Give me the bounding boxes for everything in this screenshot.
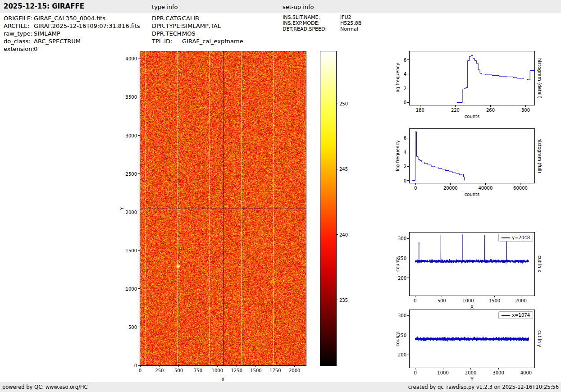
dpr-type-key: DPR.TYPE: <box>152 23 182 29</box>
y-tick-label: 0 <box>404 100 406 105</box>
raw-image-plot: 0250500750100012501500175020000500100015… <box>140 51 306 366</box>
tick-mark <box>407 355 409 355</box>
tick-mark <box>526 368 526 369</box>
y-tick-label: 500 <box>128 324 137 329</box>
tick-mark <box>407 335 409 335</box>
arcfile-key: ARCFILE: <box>4 23 30 29</box>
x-tick-label: 4000 <box>520 370 532 375</box>
histogram-detail-canvas <box>410 51 534 105</box>
y-axis-label: counts <box>395 232 400 296</box>
tick-mark <box>407 138 409 138</box>
right-axis-label: cut in y <box>537 310 542 368</box>
y-tick-label: 6 <box>404 57 406 62</box>
tpl-id-key: TPL.ID: <box>152 38 172 45</box>
tick-mark <box>198 365 198 367</box>
footer-bar: powered by QC: www.eso.org/HC created by… <box>0 382 561 392</box>
y-tick-label: 2000 <box>126 210 137 214</box>
type-info-heading: type info <box>152 4 178 10</box>
ins-exp-mode-value: H525.8B <box>340 20 361 26</box>
tick-mark <box>255 365 256 367</box>
tick-mark <box>468 296 468 297</box>
ins-exp-mode-key: INS.EXP.MODE: <box>283 20 319 26</box>
dpr-catg-value: CALIB <box>182 15 199 22</box>
det-read-speed-key: DET.READ.SPEED: <box>283 26 327 32</box>
tick-mark <box>407 152 409 152</box>
tick-mark <box>407 59 409 60</box>
tick-mark <box>420 105 420 107</box>
raw-type-value: SIMLAMP <box>34 30 60 37</box>
raw-type-key: raw_type: <box>4 30 32 37</box>
tick-mark <box>336 104 338 104</box>
arcfile-value: GIRAF.2025-12-16T09:07:31.816.fits <box>34 23 140 29</box>
tick-mark <box>138 97 140 97</box>
setup-info-heading: set-up info <box>283 4 314 10</box>
tick-mark <box>415 296 415 297</box>
page-title: 2025-12-15: GIRAFFE <box>4 2 84 10</box>
x-tick-label: 2000 <box>465 370 476 375</box>
x-tick-label: 1750 <box>269 368 281 373</box>
x-tick-label: 1000 <box>212 368 223 373</box>
tick-mark <box>138 365 140 366</box>
x-tick-label: 0 <box>414 298 416 303</box>
tick-mark <box>407 238 409 239</box>
tick-mark <box>490 105 491 107</box>
tick-mark <box>138 59 140 59</box>
tick-mark <box>140 365 141 367</box>
tick-mark <box>275 365 275 367</box>
histogram-full-plot: 02000040000600000246countslog frequencyh… <box>409 128 535 183</box>
y-tick-label: 6 <box>404 136 406 141</box>
tick-mark <box>138 288 140 289</box>
y-axis-label: log frequency <box>395 51 400 105</box>
x-axis-label: X <box>470 305 474 310</box>
y-tick-label: 3000 <box>126 133 137 138</box>
x-tick-label: 1500 <box>489 298 500 303</box>
histogram-full-line <box>412 132 465 180</box>
right-axis-label: histogram (full) <box>537 129 542 183</box>
legend-label: y=2048 <box>512 235 530 240</box>
tick-mark <box>407 166 409 167</box>
x-tick-label: 0 <box>414 186 417 191</box>
x-tick-label: 180 <box>416 108 424 113</box>
tick-mark <box>442 296 442 297</box>
origfile-value: GIRAF_CAL350_0004.fits <box>34 15 105 22</box>
tick-mark <box>237 365 237 367</box>
colorbar-tick-label: 245 <box>339 167 348 172</box>
tick-mark <box>336 300 338 300</box>
y-tick-label: 4 <box>404 72 406 77</box>
tick-mark <box>407 74 409 74</box>
do-class-value: ARC_SPECTRUM <box>34 38 81 45</box>
y-tick-label: 2500 <box>126 171 137 176</box>
y-tick-label: 2 <box>404 86 406 91</box>
tick-mark <box>415 183 416 185</box>
histogram-detail-line <box>457 56 534 103</box>
tpl-id-value: GIRAF_cal_expfname <box>182 38 243 45</box>
legend-line-sample <box>502 315 510 316</box>
tick-mark <box>336 234 338 235</box>
x-tick-label: 2000 <box>289 368 300 373</box>
y-tick-label: 1000 <box>126 286 137 291</box>
x-tick-label: 1000 <box>437 370 448 375</box>
x-tick-label: 3000 <box>493 370 504 375</box>
tick-mark <box>525 105 526 107</box>
legend: x=1074 <box>498 311 533 319</box>
x-tick-label: 2000 <box>515 298 526 303</box>
cut-in-x-plot: 0500100015002000200250300Xcountscut in x… <box>409 232 535 296</box>
x-tick-label: 500 <box>174 368 183 373</box>
tick-mark <box>138 250 140 251</box>
x-tick-label: 750 <box>194 368 202 373</box>
tick-mark <box>138 135 140 136</box>
x-tick-label: 500 <box>438 298 446 303</box>
x-tick-label: 250 <box>155 368 164 373</box>
x-tick-label: 40000 <box>478 186 493 191</box>
dpr-tech-value: MOS <box>182 30 196 37</box>
y-tick-label: 3500 <box>126 95 137 100</box>
legend: y=2048 <box>498 234 533 242</box>
header-bar: 2025-12-15: GIRAFFE type info set-up inf… <box>0 0 561 13</box>
x-tick-label: 260 <box>486 108 495 113</box>
x-tick-label: 1000 <box>462 298 474 303</box>
footer-right-text: created by qc_rawdisp.py v1.2.3 on 2025-… <box>408 384 559 390</box>
tick-mark <box>336 169 338 169</box>
x-tick-label: 0 <box>414 370 416 375</box>
tick-mark <box>494 296 495 297</box>
colorbar-tick-label: 240 <box>339 232 348 237</box>
